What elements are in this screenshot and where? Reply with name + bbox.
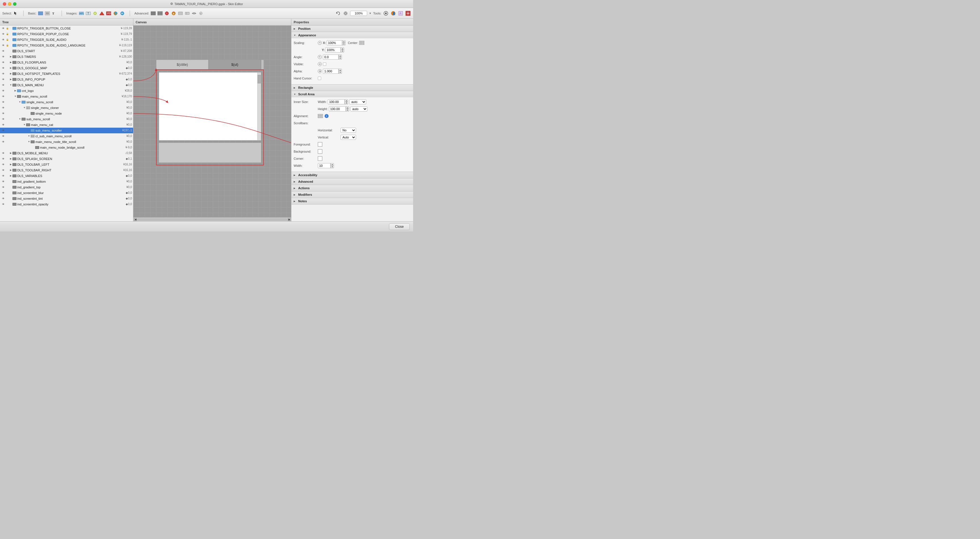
tree-item[interactable]: 👁▼single_menu_scroll¥0,0 (0, 99, 133, 105)
tree-item[interactable]: 👁▼main_menu_scroll¥18,170 (0, 94, 133, 99)
inner-height-spin[interactable]: ▲ ▼ (346, 107, 349, 111)
lock-icon[interactable]: 🔒 (6, 27, 9, 30)
lock-icon[interactable] (6, 191, 9, 195)
tree-expand-arrow[interactable]: ▶ (9, 151, 13, 155)
tree-expand-arrow[interactable]: ▶ (9, 72, 13, 75)
eye-icon[interactable]: 👁 (1, 174, 5, 178)
eye-icon[interactable]: 👁 (1, 111, 5, 116)
background-color[interactable] (318, 149, 322, 154)
inner-height-input[interactable] (329, 107, 346, 111)
eye-icon[interactable]: 👁 (1, 49, 5, 53)
inner-height-up[interactable]: ▲ (346, 107, 349, 109)
lock-icon[interactable] (6, 106, 9, 110)
tree-expand-arrow[interactable]: ▼ (23, 123, 26, 127)
lock-icon[interactable] (6, 49, 9, 53)
tree-item[interactable]: 👁▶DLS_VARIABLES◆0,0 (0, 173, 133, 179)
scrollbar-width-spinner[interactable]: ▲ ▼ (318, 163, 334, 168)
alpha-spin-up[interactable]: ▲ (339, 68, 342, 71)
canvas-tab-1[interactable]: $(ctitle) (156, 60, 208, 70)
lock-icon[interactable] (6, 163, 9, 166)
lock-icon[interactable] (6, 140, 9, 143)
eye-icon[interactable]: 👁 (1, 83, 5, 87)
x-spin-buttons[interactable]: ▲ ▼ (342, 40, 345, 45)
close-window-button[interactable] (3, 2, 6, 6)
tree-item[interactable]: 👁▼cl_sub_main_menu_scroll¥0,0 (0, 134, 133, 139)
y-spinner[interactable]: ▲ ▼ (325, 48, 344, 52)
tree-expand-arrow[interactable]: ▶ (9, 61, 13, 64)
lock-icon[interactable] (6, 112, 9, 115)
zoom-display[interactable]: 100% (350, 11, 367, 16)
angle-spinner[interactable]: ▲ ▼ (323, 54, 342, 60)
inner-width-spin[interactable]: ▲ ▼ (345, 99, 348, 104)
images-tool-7[interactable] (119, 11, 125, 16)
eye-icon[interactable]: 👁 (1, 106, 5, 110)
h-scroll-left[interactable]: ◀ (134, 218, 137, 221)
alpha-spinner[interactable]: ▲ ▼ (323, 68, 342, 74)
position-section-header[interactable]: ▶ Position (291, 25, 413, 32)
inner-width-input[interactable] (328, 99, 345, 104)
lock-icon[interactable] (6, 118, 9, 121)
alpha-input[interactable] (323, 68, 339, 74)
rectangle-section-header[interactable]: ▶ Rectangle (291, 84, 413, 91)
lock-icon[interactable] (6, 129, 9, 132)
tree-item[interactable]: 👁ind_screentint_opacity◆0,0 (0, 202, 133, 207)
tree-item[interactable]: 👁🔒RPGTV_TRIGGER_POPUP_CLOSE¥-119,79 (0, 31, 133, 37)
eye-icon[interactable]: 👁 (1, 117, 5, 121)
tree-item[interactable]: 👁sub_menu_scroller¥197,-1 (0, 128, 133, 134)
eye-icon[interactable]: 👁 (1, 26, 5, 30)
eye-icon[interactable]: 👁 (1, 191, 5, 195)
tree-expand-arrow[interactable]: ▼ (23, 106, 26, 110)
eye-icon[interactable]: 👁 (1, 168, 5, 172)
tree-item[interactable]: 👁▶DLS_SPLASH_SCREEN◆0,1 (0, 156, 133, 162)
basic-tool-1[interactable] (38, 11, 43, 16)
width-auto-select[interactable]: auto (349, 99, 366, 104)
inner-width-down[interactable]: ▼ (345, 102, 348, 104)
adv-tool-3[interactable] (164, 11, 170, 16)
x-spinner[interactable]: ▲ ▼ (326, 40, 345, 45)
tree-item[interactable]: 👁▶cnt_logo¥28,0 (0, 88, 133, 94)
eye-icon[interactable]: 👁 (1, 123, 5, 127)
tree-expand-arrow[interactable]: ▼ (14, 95, 17, 98)
center-grid-icon[interactable] (359, 41, 364, 45)
alignment-info-icon[interactable]: i (325, 114, 329, 118)
eye-icon[interactable]: 👁 (1, 157, 5, 161)
tools-icon-2[interactable]: 👤 (390, 11, 396, 16)
basic-tool-3[interactable]: T (51, 11, 57, 16)
angle-spin-up[interactable]: ▲ (339, 54, 342, 57)
eye-icon[interactable]: 👁 (1, 185, 5, 189)
eye-icon[interactable]: 👁 (1, 100, 5, 104)
eye-icon[interactable]: 👁 (1, 78, 5, 81)
lock-icon[interactable] (6, 83, 9, 87)
tree-expand-arrow[interactable]: ▶ (9, 169, 13, 172)
lock-icon[interactable]: 🔒 (6, 38, 9, 41)
window-controls[interactable] (3, 2, 16, 6)
corner-color[interactable] (318, 156, 322, 161)
tree-expand-arrow[interactable] (27, 112, 31, 115)
adv-tool-1[interactable] (150, 11, 156, 16)
eye-icon[interactable]: 👁 (1, 151, 5, 155)
inner-height-spinner[interactable]: ▲ ▼ (329, 107, 349, 111)
vertical-scroll-select[interactable]: Auto (340, 135, 356, 140)
tree-expand-arrow[interactable] (9, 186, 13, 189)
tree-expand-arrow[interactable]: ▶ (14, 89, 17, 92)
tree-item[interactable]: 👁ind_gradient_top¥0,0 (0, 184, 133, 190)
eye-icon[interactable]: 👁 (1, 89, 5, 93)
visible-checkbox[interactable] (323, 62, 326, 66)
tree-item[interactable]: 👁▶DLS_FLOORPLANS¥0,0 (0, 60, 133, 65)
tree-item[interactable]: 👁▶DLS_INFO_POPUP◆0,0 (0, 76, 133, 82)
images-tool-1[interactable] (79, 11, 84, 16)
settings-button[interactable] (343, 11, 348, 16)
select-tool-button[interactable] (13, 11, 19, 16)
tree-item[interactable]: main_menu_node_bridge_scroll¥-9,0 (0, 145, 133, 150)
tree-expand-arrow[interactable]: ▶ (9, 163, 13, 166)
images-tool-3[interactable] (92, 11, 98, 16)
tree-expand-arrow[interactable]: ▶ (9, 78, 13, 81)
h-scroll-track[interactable] (137, 219, 287, 220)
tree-item[interactable]: 👁▶DLS TIMERS¥-128,100 (0, 54, 133, 60)
angle-spin-down[interactable]: ▼ (339, 57, 342, 60)
lock-icon[interactable] (6, 197, 9, 200)
canvas-tab-2[interactable]: $(ut) (208, 60, 261, 70)
tree-expand-arrow[interactable]: ▼ (27, 135, 31, 138)
lock-icon[interactable] (6, 135, 9, 138)
tree-item[interactable]: 👁ind_gradient_bottom¥0,0 (0, 179, 133, 184)
